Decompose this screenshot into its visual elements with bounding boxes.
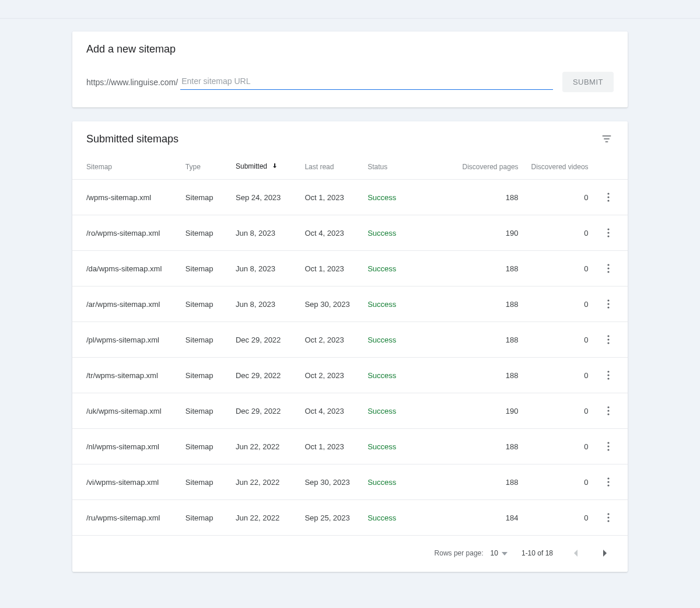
- svg-point-2: [608, 200, 610, 202]
- cell-status: Success: [368, 215, 443, 251]
- cell-videos: 0: [519, 322, 600, 358]
- cell-type: Sitemap: [186, 215, 236, 251]
- svg-point-27: [608, 513, 610, 515]
- cell-pages: 188: [443, 251, 518, 286]
- cell-sitemap: /pl/wpms-sitemap.xml: [72, 322, 186, 358]
- more-vert-icon[interactable]: [601, 404, 615, 418]
- svg-point-25: [608, 481, 610, 483]
- cell-sitemap: /uk/wpms-sitemap.xml: [72, 393, 186, 429]
- more-vert-icon[interactable]: [601, 475, 615, 489]
- sitemap-url-prefix: https://www.linguise.com/: [86, 78, 178, 87]
- cell-status: Success: [368, 180, 443, 215]
- cell-videos: 0: [519, 429, 600, 464]
- cell-status: Success: [368, 286, 443, 322]
- more-vert-icon[interactable]: [601, 297, 615, 311]
- col-header-sitemap[interactable]: Sitemap: [72, 155, 186, 180]
- dropdown-arrow-icon: [502, 549, 508, 557]
- table-row[interactable]: /wpms-sitemap.xmlSitemapSep 24, 2023Oct …: [72, 180, 628, 215]
- next-page-button[interactable]: [597, 545, 614, 561]
- svg-point-19: [608, 410, 610, 412]
- cell-type: Sitemap: [186, 464, 236, 500]
- cell-videos: 0: [519, 393, 600, 429]
- svg-point-20: [608, 414, 610, 415]
- col-header-submitted[interactable]: Submitted: [236, 155, 304, 180]
- cell-sitemap: /vi/wpms-sitemap.xml: [72, 464, 186, 500]
- cell-sitemap: /da/wpms-sitemap.xml: [72, 251, 186, 286]
- cell-submitted: Jun 8, 2023: [236, 215, 304, 251]
- more-vert-icon[interactable]: [601, 261, 615, 275]
- svg-point-26: [608, 485, 610, 487]
- cell-pages: 188: [443, 322, 518, 358]
- more-vert-icon[interactable]: [601, 439, 615, 453]
- submit-button[interactable]: SUBMIT: [562, 72, 614, 92]
- more-vert-icon[interactable]: [601, 333, 615, 347]
- prev-page-button[interactable]: [567, 545, 583, 561]
- cell-last-read: Sep 25, 2023: [304, 500, 368, 536]
- table-footer: Rows per page: 10 1-10 of 18: [72, 536, 628, 572]
- col-header-type[interactable]: Type: [186, 155, 236, 180]
- cell-videos: 0: [519, 358, 600, 393]
- cell-status: Success: [368, 251, 443, 286]
- table-row[interactable]: /pl/wpms-sitemap.xmlSitemapDec 29, 2022O…: [72, 322, 628, 358]
- table-row[interactable]: /tr/wpms-sitemap.xmlSitemapDec 29, 2022O…: [72, 358, 628, 393]
- rows-per-page-select[interactable]: 10: [491, 549, 508, 557]
- col-header-last-read[interactable]: Last read: [304, 155, 368, 180]
- cell-videos: 0: [519, 215, 600, 251]
- svg-point-12: [608, 336, 610, 337]
- svg-point-13: [608, 339, 610, 341]
- cell-submitted: Jun 22, 2022: [236, 464, 304, 500]
- more-vert-icon[interactable]: [601, 368, 615, 382]
- cell-sitemap: /tr/wpms-sitemap.xml: [72, 358, 186, 393]
- more-vert-icon[interactable]: [601, 190, 615, 204]
- table-row[interactable]: /ar/wpms-sitemap.xmlSitemapJun 8, 2023Se…: [72, 286, 628, 322]
- svg-point-3: [608, 229, 610, 230]
- filter-icon[interactable]: [600, 132, 614, 146]
- svg-point-18: [608, 407, 610, 408]
- svg-point-9: [608, 300, 610, 302]
- submitted-sitemaps-card: Submitted sitemaps Sitemap Type Submitte…: [72, 121, 628, 572]
- top-divider: [0, 0, 700, 19]
- cell-submitted: Jun 8, 2023: [236, 251, 304, 286]
- cell-pages: 188: [443, 464, 518, 500]
- cell-pages: 188: [443, 180, 518, 215]
- more-vert-icon[interactable]: [601, 226, 615, 240]
- svg-point-24: [608, 478, 610, 480]
- cell-submitted: Sep 24, 2023: [236, 180, 304, 215]
- more-vert-icon[interactable]: [601, 511, 615, 525]
- cell-type: Sitemap: [186, 429, 236, 464]
- sitemaps-table: Sitemap Type Submitted Last read Status …: [72, 155, 628, 536]
- col-header-status[interactable]: Status: [368, 155, 443, 180]
- cell-type: Sitemap: [186, 393, 236, 429]
- col-header-discovered-videos[interactable]: Discovered videos: [519, 155, 600, 180]
- cell-videos: 0: [519, 464, 600, 500]
- cell-last-read: Sep 30, 2023: [304, 286, 368, 322]
- cell-type: Sitemap: [186, 322, 236, 358]
- cell-status: Success: [368, 358, 443, 393]
- cell-status: Success: [368, 429, 443, 464]
- cell-pages: 184: [443, 500, 518, 536]
- col-header-discovered-pages[interactable]: Discovered pages: [443, 155, 518, 180]
- table-row[interactable]: /da/wpms-sitemap.xmlSitemapJun 8, 2023Oc…: [72, 251, 628, 286]
- cell-pages: 188: [443, 358, 518, 393]
- cell-submitted: Jun 22, 2022: [236, 500, 304, 536]
- svg-point-21: [608, 442, 610, 444]
- svg-point-23: [608, 449, 610, 451]
- table-row[interactable]: /vi/wpms-sitemap.xmlSitemapJun 22, 2022S…: [72, 464, 628, 500]
- table-row[interactable]: /ro/wpms-sitemap.xmlSitemapJun 8, 2023Oc…: [72, 215, 628, 251]
- svg-point-16: [608, 375, 610, 376]
- cell-type: Sitemap: [186, 358, 236, 393]
- cell-sitemap: /ro/wpms-sitemap.xml: [72, 215, 186, 251]
- cell-type: Sitemap: [186, 286, 236, 322]
- cell-status: Success: [368, 393, 443, 429]
- table-row[interactable]: /uk/wpms-sitemap.xmlSitemapDec 29, 2022O…: [72, 393, 628, 429]
- cell-pages: 190: [443, 393, 518, 429]
- cell-submitted: Dec 29, 2022: [236, 322, 304, 358]
- table-row[interactable]: /ru/wpms-sitemap.xmlSitemapJun 22, 2022S…: [72, 500, 628, 536]
- table-row[interactable]: /nl/wpms-sitemap.xmlSitemapJun 22, 2022O…: [72, 429, 628, 464]
- sitemap-url-input[interactable]: [180, 74, 553, 90]
- add-sitemap-title: Add a new sitemap: [86, 43, 614, 55]
- svg-point-0: [608, 193, 610, 195]
- svg-point-6: [608, 264, 610, 266]
- cell-pages: 190: [443, 215, 518, 251]
- cell-sitemap: /ar/wpms-sitemap.xml: [72, 286, 186, 322]
